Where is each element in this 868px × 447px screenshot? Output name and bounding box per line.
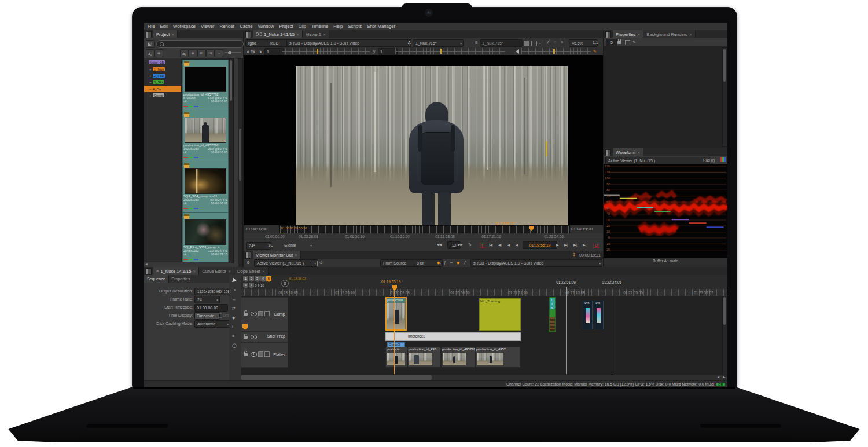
tab-comp-viewer[interactable]: 1_Nuke 14.1/15✕ bbox=[253, 30, 303, 38]
menu-scripts[interactable]: Scripts bbox=[348, 24, 362, 29]
frame-rate-dropdown[interactable]: 24 bbox=[194, 296, 220, 303]
bin-view-button[interactable] bbox=[146, 40, 155, 48]
loop-icon[interactable]: ↻ bbox=[468, 243, 472, 247]
in-point-button[interactable]: I bbox=[480, 243, 484, 248]
clip-ml-training[interactable]: ML_Training bbox=[479, 298, 521, 331]
lock-icon[interactable] bbox=[617, 41, 621, 44]
close-icon[interactable]: ✕ bbox=[323, 32, 326, 36]
bin-item[interactable]: production_id_4957762 873x968673f @50FPS… bbox=[182, 60, 229, 112]
tab-background-renders[interactable]: Background Renders✕ bbox=[643, 30, 696, 38]
clip-lts[interactable]: LTS bbox=[549, 297, 556, 332]
gamma-slider[interactable] bbox=[395, 48, 505, 54]
clip-plate-2[interactable]: production_id_495 bbox=[407, 347, 441, 368]
volume-slider[interactable] bbox=[521, 48, 591, 54]
collapse-icon[interactable]: − bbox=[149, 87, 152, 91]
time-display-toggle[interactable]: Timecode bbox=[194, 312, 220, 320]
drop-frame-checkbox[interactable] bbox=[218, 313, 222, 318]
tree-item-3[interactable]: + 3_Slo bbox=[149, 80, 164, 84]
tree-item-root[interactable]: − Nuke_15 bbox=[145, 60, 165, 64]
bin-item[interactable]: SQ1_S04_comp > v01 2000x108075f @24FPS n… bbox=[182, 162, 229, 214]
menu-window[interactable]: Window bbox=[258, 24, 274, 29]
fast-forward-button[interactable]: ▶▶ bbox=[458, 243, 462, 246]
marker-tag-3[interactable]: 3 bbox=[255, 276, 260, 282]
speaker-icon[interactable] bbox=[513, 49, 519, 54]
tool-slide[interactable]: ◆ bbox=[232, 316, 235, 320]
track-header-shotprep[interactable]: Shot Prep bbox=[241, 332, 288, 342]
properties-scrollbar[interactable] bbox=[722, 47, 727, 147]
menu-cache[interactable]: Cache bbox=[240, 24, 253, 29]
expand-icon[interactable]: + bbox=[149, 74, 152, 78]
monitor-colorspace-dropdown[interactable]: sRGB - Display/ACES 1.0 - SDR Video bbox=[470, 259, 602, 267]
clip-plate-4[interactable]: production_id_4957 bbox=[475, 347, 521, 368]
wipe-icon[interactable]: ⋰ bbox=[539, 40, 543, 45]
roi-icon[interactable]: ◌ bbox=[554, 40, 556, 44]
mask-icon[interactable] bbox=[264, 351, 270, 357]
display-full-icon[interactable] bbox=[524, 41, 529, 46]
timeline-vscroll[interactable] bbox=[722, 296, 727, 375]
slash-icon[interactable]: ╱ bbox=[547, 40, 549, 45]
menu-file[interactable]: File bbox=[148, 24, 155, 29]
thumb-large-button[interactable]: ⊞ bbox=[206, 49, 215, 57]
bin-item[interactable]: SQ_Pilot_S001_comp > 2048x1152111f @24FP… bbox=[182, 212, 229, 262]
tree-item-1[interactable]: + 1_Nuk bbox=[149, 67, 165, 71]
marker-tag-6[interactable]: 6 bbox=[243, 283, 248, 288]
panel-handle-icon[interactable] bbox=[245, 252, 251, 259]
tool-move[interactable]: ⇥ bbox=[232, 288, 236, 292]
start-timecode-input[interactable]: 01:00:00:00 bbox=[194, 304, 228, 312]
menu-workspace[interactable]: Workspace bbox=[173, 24, 196, 29]
slash-icon[interactable]: ╱ bbox=[464, 261, 466, 265]
menu-clip[interactable]: Clip bbox=[299, 24, 306, 29]
tool-select[interactable] bbox=[232, 277, 240, 284]
tree-item-4-selected[interactable]: − 4_Co bbox=[144, 86, 181, 92]
panel-handle-icon[interactable] bbox=[245, 31, 251, 38]
flag2-icon[interactable]: ◆ bbox=[457, 261, 459, 265]
marker-overflow[interactable]: 8 9 10 bbox=[255, 284, 264, 287]
record-icon[interactable]: ⊙ bbox=[319, 261, 323, 265]
prev-icon[interactable]: ◀ bbox=[246, 49, 249, 53]
export-icon[interactable]: ↧ bbox=[572, 252, 576, 257]
close-icon[interactable]: ✕ bbox=[171, 32, 174, 36]
clip-pct-b[interactable]: .0% bbox=[594, 301, 604, 329]
tab-waveform[interactable]: Waveform✕ bbox=[613, 148, 643, 156]
menu-edit[interactable]: Edit bbox=[160, 24, 168, 29]
prev-keyframe-button[interactable]: ◀| bbox=[498, 243, 502, 247]
layers-icon[interactable]: ≂ bbox=[450, 261, 453, 265]
tree-item-5[interactable]: + Comp bbox=[149, 93, 164, 97]
bin-item[interactable]: production_id_4957766 1920x1080350f @50F… bbox=[182, 111, 229, 163]
expand-icon[interactable]: + bbox=[149, 68, 152, 71]
panel-handle-icon[interactable] bbox=[605, 149, 611, 156]
fx-icon[interactable]: ƒ bbox=[444, 261, 446, 265]
next-keyframe-button[interactable]: ▶| bbox=[573, 243, 577, 247]
active-viewer-dropdown[interactable]: Active Viewer (1_Nu../15 ) bbox=[254, 259, 318, 267]
play-backward-button[interactable]: ◀ bbox=[516, 243, 518, 247]
input-a-dropdown[interactable]: 1_Nuk../15ᵃ bbox=[413, 39, 464, 47]
goto-start-button[interactable]: |◀ bbox=[489, 243, 492, 247]
menu-render[interactable]: Render bbox=[220, 24, 235, 29]
pencil-icon[interactable]: ✎ bbox=[632, 40, 636, 45]
goto-end-button[interactable]: ▶| bbox=[583, 243, 586, 247]
step-forward-button[interactable]: ▶| bbox=[564, 243, 568, 247]
tab-project[interactable]: Project✕ bbox=[153, 30, 178, 38]
track-header-comp[interactable]: Comp bbox=[241, 297, 288, 332]
subtab-sequence[interactable]: Sequence bbox=[144, 275, 169, 283]
menu-shot-manager[interactable]: Shot Manager bbox=[367, 24, 395, 29]
tree-list-button[interactable]: ≣ bbox=[155, 49, 163, 57]
rewind-button[interactable]: ◀◀ bbox=[437, 243, 442, 246]
expand-icon[interactable]: + bbox=[149, 94, 152, 97]
display-split-icon[interactable] bbox=[531, 41, 537, 46]
clip-plate-1[interactable]: productio bbox=[385, 347, 408, 368]
panel-handle-icon[interactable] bbox=[146, 31, 152, 38]
project-search-input[interactable] bbox=[156, 40, 244, 48]
sort-alpha-button[interactable]: a₂ bbox=[146, 49, 155, 57]
viewer-canvas[interactable] bbox=[244, 55, 603, 225]
clip-production-selected[interactable]: production bbox=[385, 297, 407, 331]
close-icon[interactable]: ✕ bbox=[296, 32, 299, 36]
menu-project[interactable]: Project bbox=[279, 24, 293, 29]
waveform-scope[interactable]: 120 110 100 90 80 70 60 50 40 30 20 10 0… bbox=[604, 164, 727, 258]
blend-icon[interactable] bbox=[258, 311, 263, 316]
bin-list-button[interactable]: ≣ bbox=[189, 49, 197, 57]
hscroll-thumb[interactable] bbox=[241, 375, 432, 380]
blend-icon[interactable] bbox=[258, 351, 263, 357]
bin-sort-button[interactable]: a₂ bbox=[180, 49, 189, 57]
node-count-input[interactable]: 5 bbox=[606, 39, 617, 46]
